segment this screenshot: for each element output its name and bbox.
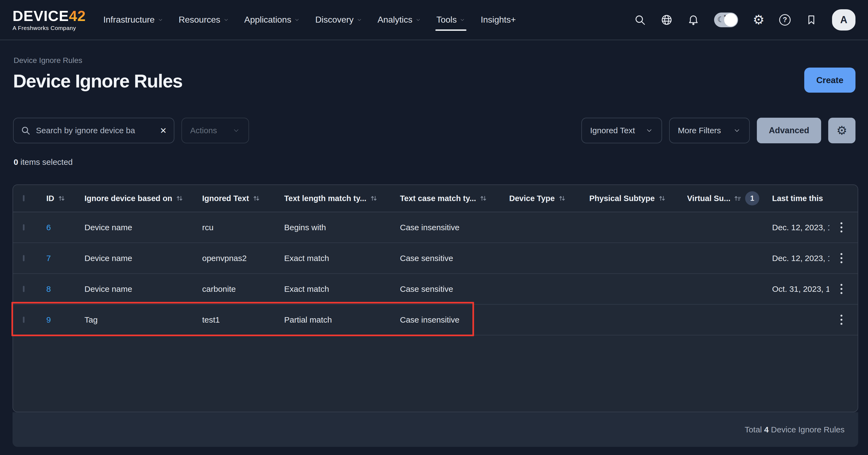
page-title: Device Ignore Rules bbox=[13, 70, 183, 92]
column-label: Text case match ty... bbox=[400, 194, 476, 203]
column-header-physical-subtype[interactable]: Physical Subtype bbox=[589, 194, 687, 203]
row-id-link[interactable]: 7 bbox=[46, 254, 85, 263]
top-nav: DEVICE42 A Freshworks Company Infrastruc… bbox=[0, 0, 868, 40]
column-label: Device Type bbox=[509, 194, 555, 203]
menu-label: Analytics bbox=[378, 15, 412, 25]
cell-last-time: Dec. 12, 2023, 1 bbox=[772, 223, 829, 232]
menu-item-discovery[interactable]: Discovery bbox=[315, 0, 362, 39]
menu-item-tools[interactable]: Tools bbox=[436, 0, 466, 39]
device42-logo[interactable]: DEVICE42 A Freshworks Company bbox=[12, 8, 86, 31]
ignored-text-dropdown[interactable]: Ignored Text bbox=[581, 118, 662, 143]
row-id-link[interactable]: 9 bbox=[46, 315, 85, 325]
gear-icon: ⚙ bbox=[836, 124, 847, 136]
column-header-text-length-match[interactable]: Text length match ty... bbox=[284, 194, 400, 203]
column-label: Text length match ty... bbox=[284, 194, 366, 203]
cell-length-match: Begins with bbox=[284, 223, 400, 232]
row-id-link[interactable]: 6 bbox=[46, 223, 85, 232]
logo-tagline: A Freshworks Company bbox=[12, 25, 86, 31]
column-label: Virtual Su... bbox=[687, 194, 731, 203]
sort-icon[interactable] bbox=[658, 194, 666, 203]
cell-based-on: Device name bbox=[85, 223, 202, 232]
total-count: 4 bbox=[764, 425, 769, 434]
column-header-ignored-text[interactable]: Ignored Text bbox=[202, 194, 284, 203]
help-icon[interactable]: ? bbox=[779, 14, 790, 26]
menu-item-analytics[interactable]: Analytics bbox=[378, 0, 421, 39]
actions-label: Actions bbox=[190, 126, 217, 135]
more-filters-dropdown[interactable]: More Filters bbox=[669, 118, 750, 143]
cell-ignored-text: carbonite bbox=[202, 284, 284, 294]
sort-priority-badge: 1 bbox=[745, 191, 759, 206]
column-label: Ignore device based on bbox=[85, 194, 172, 203]
menu-label: Resources bbox=[179, 15, 220, 25]
menu-item-applications[interactable]: Applications bbox=[244, 0, 300, 39]
create-button[interactable]: Create bbox=[804, 67, 856, 93]
cell-ignored-text: openvpnas2 bbox=[202, 254, 284, 263]
breadcrumb[interactable]: Device Ignore Rules bbox=[13, 56, 82, 65]
main-menu: Infrastructure Resources Applications Di… bbox=[103, 0, 516, 39]
selection-count-number: 0 bbox=[13, 157, 18, 166]
cell-last-time: Oct. 31, 2023, 1 bbox=[772, 284, 829, 294]
column-header-device-type[interactable]: Device Type bbox=[509, 194, 589, 203]
row-checkbox[interactable] bbox=[23, 224, 25, 231]
gear-icon[interactable]: ⚙ bbox=[753, 13, 765, 26]
column-header-ignore-device-based-on[interactable]: Ignore device based on bbox=[85, 194, 202, 203]
row-menu-kebab-icon[interactable] bbox=[838, 312, 844, 327]
table-settings-button[interactable]: ⚙ bbox=[828, 118, 856, 143]
total-prefix: Total bbox=[745, 425, 764, 434]
search-icon[interactable] bbox=[634, 14, 646, 26]
filter-right-group: Ignored Text More Filters Advanced ⚙ bbox=[581, 118, 856, 143]
selection-count-suffix: items selected bbox=[18, 157, 73, 166]
row-checkbox[interactable] bbox=[23, 255, 25, 261]
clear-search-icon[interactable]: ✕ bbox=[160, 126, 167, 135]
device42-app: DEVICE42 A Freshworks Company Infrastruc… bbox=[0, 0, 868, 455]
row-menu-kebab-icon[interactable] bbox=[838, 282, 844, 296]
table-row[interactable]: 7 Device name openvpnas2 Exact match Cas… bbox=[13, 243, 858, 274]
sort-ascending-icon[interactable] bbox=[734, 194, 742, 203]
more-filters-label: More Filters bbox=[678, 126, 721, 135]
chevron-down-icon bbox=[733, 126, 741, 134]
sort-icon[interactable] bbox=[479, 194, 487, 203]
bookmark-icon[interactable] bbox=[805, 14, 817, 26]
column-header-text-case-match[interactable]: Text case match ty... bbox=[400, 194, 509, 203]
table-row[interactable]: 8 Device name carbonite Exact match Case… bbox=[13, 274, 858, 305]
avatar[interactable]: A bbox=[832, 9, 856, 31]
sort-icon[interactable] bbox=[252, 194, 260, 203]
ignored-text-label: Ignored Text bbox=[590, 126, 635, 135]
sort-icon[interactable] bbox=[370, 194, 378, 203]
column-header-last-time[interactable]: Last time this bbox=[772, 194, 829, 203]
cell-ignored-text: test1 bbox=[202, 315, 284, 325]
advanced-button[interactable]: Advanced bbox=[757, 118, 821, 143]
device-ignore-rules-table: ID Ignore device based on Ignored Text T… bbox=[12, 184, 858, 412]
cell-length-match: Partial match bbox=[284, 315, 400, 325]
column-header-virtual-subtype[interactable]: Virtual Su... 1 bbox=[687, 191, 772, 206]
cell-last-time: Dec. 12, 2023, 1 bbox=[772, 254, 829, 263]
select-all-checkbox[interactable] bbox=[23, 195, 25, 201]
chevron-down-icon bbox=[356, 17, 362, 23]
bell-icon[interactable] bbox=[687, 14, 700, 26]
row-checkbox[interactable] bbox=[23, 286, 25, 292]
chevron-down-icon bbox=[232, 126, 240, 134]
menu-label: Discovery bbox=[315, 15, 353, 25]
chevron-down-icon bbox=[645, 126, 653, 134]
theme-toggle[interactable]: ☾ ✦ bbox=[714, 12, 738, 27]
row-id-link[interactable]: 8 bbox=[46, 284, 85, 294]
row-checkbox[interactable] bbox=[23, 316, 25, 323]
menu-item-insights[interactable]: Insights+ bbox=[480, 0, 516, 39]
menu-item-infrastructure[interactable]: Infrastructure bbox=[103, 0, 163, 39]
globe-icon[interactable] bbox=[661, 14, 673, 26]
cell-length-match: Exact match bbox=[284, 254, 400, 263]
sort-icon[interactable] bbox=[558, 194, 566, 203]
actions-dropdown[interactable]: Actions bbox=[181, 118, 249, 143]
search-box: ✕ bbox=[13, 118, 174, 143]
sort-icon[interactable] bbox=[58, 194, 66, 203]
search-input[interactable] bbox=[36, 126, 154, 135]
cell-case-match: Case insensitive bbox=[400, 315, 509, 325]
row-menu-kebab-icon[interactable] bbox=[838, 220, 844, 235]
menu-item-resources[interactable]: Resources bbox=[179, 0, 229, 39]
column-header-id[interactable]: ID bbox=[46, 194, 85, 203]
row-menu-kebab-icon[interactable] bbox=[838, 251, 844, 265]
chevron-down-icon bbox=[157, 17, 163, 23]
sort-icon[interactable] bbox=[176, 194, 184, 203]
table-row-highlighted[interactable]: 9 Tag test1 Partial match Case insensiti… bbox=[13, 305, 858, 335]
table-row[interactable]: 6 Device name rcu Begins with Case insen… bbox=[13, 212, 858, 243]
